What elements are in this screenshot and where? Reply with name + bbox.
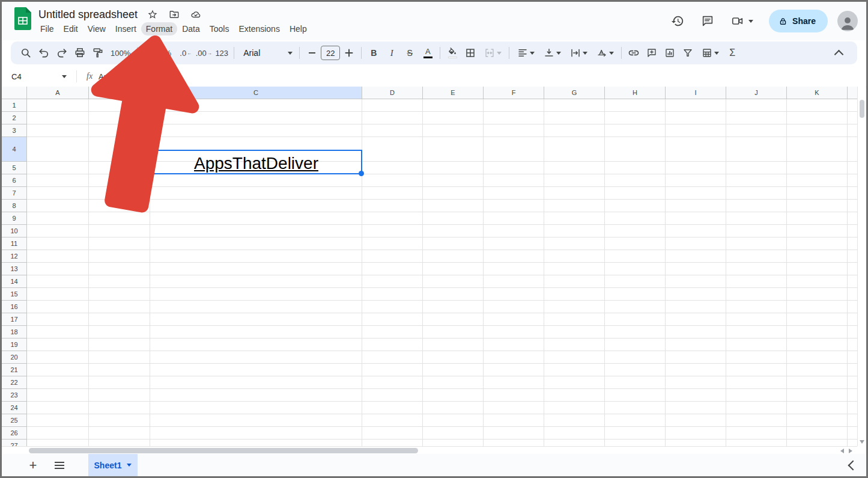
column-header-b[interactable]: B <box>89 87 150 99</box>
borders-button[interactable] <box>461 44 479 61</box>
horizontal-scrollbar[interactable] <box>2 446 857 454</box>
font-size-input[interactable]: 22 <box>321 46 340 60</box>
row-header-1[interactable]: 1 <box>2 99 27 112</box>
row-header-12[interactable]: 12 <box>2 250 27 263</box>
formula-input[interactable]: AppsThatDeliver <box>99 72 156 81</box>
name-box[interactable]: C4 <box>2 72 73 81</box>
row-header-23[interactable]: 23 <box>2 389 27 402</box>
increase-decimal-button[interactable]: .00→ <box>195 44 213 61</box>
collapse-panel-button[interactable] <box>840 454 866 476</box>
format-percent-button[interactable]: % <box>159 44 177 61</box>
menu-item-tools[interactable]: Tools <box>205 22 234 35</box>
row-header-21[interactable]: 21 <box>2 364 27 376</box>
cloud-saved-icon[interactable] <box>189 8 202 21</box>
scroll-down-arrow-icon[interactable] <box>860 440 864 444</box>
menu-item-view[interactable]: View <box>83 22 111 35</box>
row-header-7[interactable]: 7 <box>2 187 27 200</box>
spreadsheet-grid[interactable]: ABCDEFGHIJK 1234567891011121314151617181… <box>2 87 857 446</box>
row-header-10[interactable]: 10 <box>2 225 27 237</box>
menu-item-edit[interactable]: Edit <box>59 22 83 35</box>
vertical-align-button[interactable] <box>539 44 565 61</box>
column-header-k[interactable]: K <box>787 87 848 99</box>
scroll-right-arrow-icon[interactable] <box>849 449 852 453</box>
row-header-5[interactable]: 5 <box>2 162 27 174</box>
insert-link-icon[interactable] <box>625 44 643 61</box>
decrease-font-size-button[interactable] <box>303 44 321 61</box>
row-header-9[interactable]: 9 <box>2 212 27 225</box>
zoom-select[interactable]: 100% <box>107 49 134 58</box>
version-history-icon[interactable] <box>666 9 690 33</box>
select-all-corner[interactable] <box>2 87 27 99</box>
comment-history-icon[interactable] <box>696 9 720 33</box>
column-header-h[interactable]: H <box>605 87 666 99</box>
row-header-24[interactable]: 24 <box>2 402 27 414</box>
row-header-18[interactable]: 18 <box>2 326 27 339</box>
insert-comment-icon[interactable] <box>643 44 661 61</box>
redo-icon[interactable] <box>53 44 71 61</box>
column-header-e[interactable]: E <box>423 87 484 99</box>
fill-color-button[interactable] <box>443 44 461 61</box>
row-header-22[interactable]: 22 <box>2 376 27 389</box>
text-wrap-button[interactable] <box>565 44 592 61</box>
hide-toolbar-button[interactable] <box>830 44 848 61</box>
row-header-16[interactable]: 16 <box>2 301 27 313</box>
column-header-f[interactable]: F <box>484 87 544 99</box>
vertical-scroll-thumb[interactable] <box>860 100 864 118</box>
row-header-14[interactable]: 14 <box>2 275 27 288</box>
row-header-4[interactable]: 4 <box>2 137 27 162</box>
horizontal-align-button[interactable] <box>512 44 539 61</box>
menu-item-format[interactable]: Format <box>141 22 177 35</box>
row-header-19[interactable]: 19 <box>2 339 27 351</box>
more-formats-button[interactable]: 123 <box>213 44 231 61</box>
print-icon[interactable] <box>71 44 89 61</box>
menu-item-file[interactable]: File <box>35 22 59 35</box>
star-icon[interactable] <box>146 8 159 21</box>
move-folder-icon[interactable] <box>168 8 181 21</box>
share-button[interactable]: Share <box>769 10 828 32</box>
meet-camera-icon[interactable] <box>726 9 758 33</box>
row-header-13[interactable]: 13 <box>2 263 27 275</box>
row-header-25[interactable]: 25 <box>2 414 27 427</box>
sheet-tab-sheet1[interactable]: Sheet1 <box>88 454 138 476</box>
row-header-26[interactable]: 26 <box>2 427 27 440</box>
vertical-scrollbar[interactable] <box>857 87 866 446</box>
menu-item-data[interactable]: Data <box>177 22 205 35</box>
increase-font-size-button[interactable] <box>340 44 358 61</box>
row-header-11[interactable]: 11 <box>2 237 27 250</box>
row-header-27[interactable]: 27 <box>2 440 27 446</box>
merge-cells-button[interactable] <box>479 44 506 61</box>
column-header-c[interactable]: C <box>150 87 362 99</box>
row-header-15[interactable]: 15 <box>2 288 27 301</box>
text-rotation-button[interactable] <box>592 44 618 61</box>
create-filter-icon[interactable] <box>679 44 697 61</box>
menu-item-help[interactable]: Help <box>285 22 312 35</box>
row-header-6[interactable]: 6 <box>2 174 27 187</box>
strikethrough-button[interactable]: S <box>401 44 419 61</box>
search-menus-icon[interactable] <box>17 44 35 61</box>
menu-item-insert[interactable]: Insert <box>111 22 141 35</box>
horizontal-scroll-thumb[interactable] <box>29 448 418 453</box>
paint-format-icon[interactable] <box>89 44 107 61</box>
insert-table-button[interactable] <box>697 44 723 61</box>
functions-button[interactable]: Σ <box>723 44 741 61</box>
format-currency-button[interactable]: £ <box>141 44 159 61</box>
account-avatar[interactable] <box>837 11 858 31</box>
row-header-17[interactable]: 17 <box>2 313 27 326</box>
scroll-left-arrow-icon[interactable] <box>840 449 844 453</box>
column-header-j[interactable]: J <box>726 87 787 99</box>
row-header-20[interactable]: 20 <box>2 351 27 364</box>
selected-cell-c4[interactable]: AppsThatDeliver <box>150 150 362 174</box>
font-family-select[interactable]: Arial <box>237 44 296 61</box>
column-header-g[interactable]: G <box>544 87 605 99</box>
insert-chart-icon[interactable] <box>661 44 679 61</box>
all-sheets-menu-button[interactable] <box>47 454 71 476</box>
text-color-button[interactable]: A <box>419 44 437 61</box>
fill-handle[interactable] <box>359 171 364 176</box>
column-header-a[interactable]: A <box>27 87 89 99</box>
column-header-d[interactable]: D <box>362 87 423 99</box>
document-title[interactable]: Untitled spreadsheet <box>38 8 138 21</box>
menu-item-extensions[interactable]: Extensions <box>234 22 284 35</box>
sheets-logo-icon[interactable] <box>14 7 31 30</box>
undo-icon[interactable] <box>35 44 53 61</box>
decrease-decimal-button[interactable]: .0← <box>177 44 195 61</box>
